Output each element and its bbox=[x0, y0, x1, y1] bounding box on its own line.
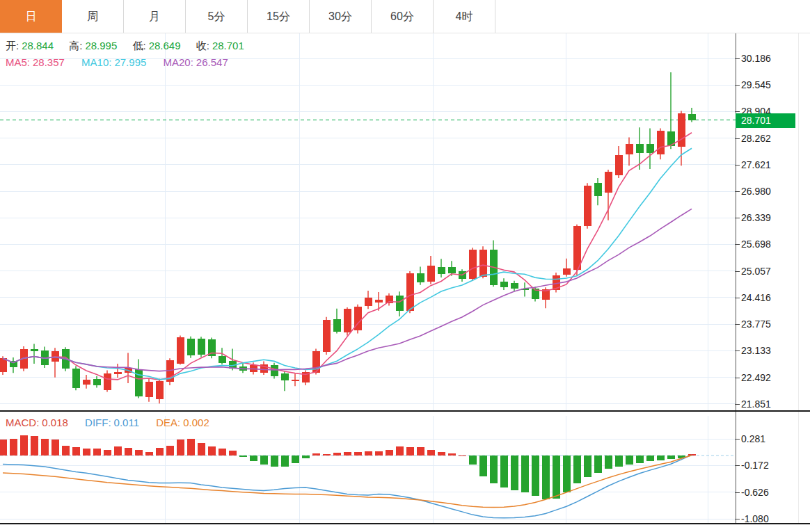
axis-tick-label: 23.775 bbox=[741, 318, 771, 330]
high-label: 高: bbox=[69, 40, 82, 51]
tab-5分[interactable]: 5分 bbox=[186, 0, 248, 33]
dea-value: 0.002 bbox=[183, 417, 209, 428]
axis-tick-label: -0.172 bbox=[741, 459, 769, 471]
kline-svg bbox=[0, 33, 736, 410]
ma20-line bbox=[3, 209, 692, 371]
open-label: 开: bbox=[6, 40, 19, 51]
main-panel-bottom-border bbox=[0, 410, 810, 412]
macd-label: MACD: bbox=[6, 417, 39, 428]
axis-tick-label: 21.851 bbox=[741, 398, 771, 410]
candles-group bbox=[0, 72, 696, 403]
dea-label: DEA: bbox=[156, 417, 180, 428]
axis-tick-label: 27.621 bbox=[741, 159, 771, 171]
main-kline-chart[interactable] bbox=[0, 33, 736, 410]
axis-tick-label: 25.698 bbox=[741, 238, 771, 250]
axis-tick-label: 29.545 bbox=[741, 79, 771, 91]
right-edge-line bbox=[798, 33, 799, 524]
ma5-line bbox=[3, 133, 692, 380]
high-value: 28.995 bbox=[85, 40, 117, 51]
macd-svg bbox=[0, 416, 736, 524]
ma-readout: MA5:28.357 MA10:27.995 MA20:26.547 bbox=[6, 56, 231, 68]
low-label: 低: bbox=[132, 40, 145, 51]
tab-30分[interactable]: 30分 bbox=[310, 0, 372, 33]
open-value: 28.844 bbox=[22, 40, 54, 51]
axis-tick-label: 24.416 bbox=[741, 291, 771, 304]
ma20-value: 26.547 bbox=[196, 56, 228, 68]
axis-tick-label: 26.980 bbox=[741, 185, 771, 198]
axis-tick-label: -0.626 bbox=[741, 486, 769, 499]
axis-tick-label: 25.057 bbox=[741, 265, 771, 277]
macd-hist-group bbox=[0, 435, 696, 499]
axis-tick-label: 30.186 bbox=[741, 52, 771, 65]
diff-value: 0.011 bbox=[114, 417, 139, 428]
axis-tick-label: 0.281 bbox=[741, 433, 765, 445]
ma5-label: MA5: bbox=[6, 56, 30, 68]
axis-divider-line bbox=[736, 33, 736, 524]
ma10-label: MA10: bbox=[81, 56, 111, 68]
tab-周[interactable]: 周 bbox=[62, 0, 124, 33]
axis-tick-label: 26.339 bbox=[741, 211, 771, 224]
current-price-badge: 28.701 bbox=[736, 113, 795, 128]
ma20-label: MA20: bbox=[164, 56, 193, 68]
tab-月[interactable]: 月 bbox=[124, 0, 186, 33]
ohlc-readout: 开:28.844 高:28.995 低:28.649 收:28.701 bbox=[6, 40, 247, 53]
axis-tick-label: 28.262 bbox=[741, 132, 771, 145]
axis-tick-label: 23.133 bbox=[741, 344, 771, 357]
ma10-value: 27.995 bbox=[114, 56, 146, 68]
timeframe-tabbar: 日周月5分15分30分60分4时 bbox=[0, 0, 810, 33]
tab-4时[interactable]: 4时 bbox=[434, 0, 495, 33]
trading-app-window: 日周月5分15分30分60分4时 开:28.844 高:28.995 低:28.… bbox=[0, 0, 810, 532]
ma10-line bbox=[3, 148, 692, 379]
diff-label: DIFF: bbox=[85, 417, 111, 428]
tab-60分[interactable]: 60分 bbox=[372, 0, 434, 33]
macd-readout: MACD:0.018 DIFF:0.011 DEA:0.002 bbox=[6, 417, 212, 428]
macd-panel-bottom-border bbox=[0, 523, 810, 524]
close-value: 28.701 bbox=[212, 40, 244, 51]
macd-value: 0.018 bbox=[42, 417, 68, 428]
ma5-value: 28.357 bbox=[33, 56, 65, 68]
close-label: 收: bbox=[196, 40, 209, 51]
axis-tick-label: 22.492 bbox=[741, 371, 771, 384]
tab-15分[interactable]: 15分 bbox=[248, 0, 310, 33]
low-value: 28.649 bbox=[149, 40, 181, 51]
macd-chart[interactable] bbox=[0, 416, 736, 524]
tab-日[interactable]: 日 bbox=[0, 0, 62, 33]
